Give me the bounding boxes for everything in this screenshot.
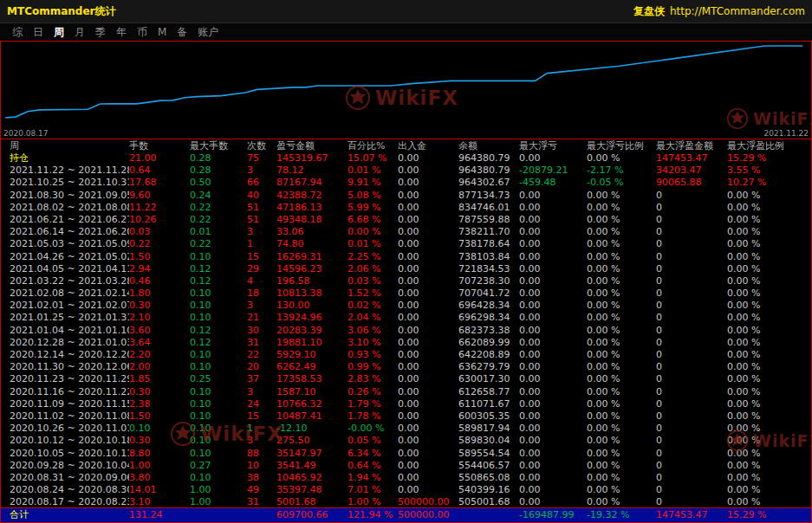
equity-chart[interactable]: 2020.08.17 2021.11.22 (1, 42, 811, 139)
week-label: 2020.10.12 ~ 2020.10.18 (10, 435, 129, 447)
week-label: 合计 (10, 508, 129, 521)
value-cell: 1.85 (129, 373, 190, 385)
menu-tab-account[interactable]: 账户 (192, 25, 224, 40)
value-cell: 196.58 (276, 275, 348, 287)
table-row[interactable]: 2020.11.16 ~ 2020.11.220.300.1031587.100… (1, 386, 811, 398)
value-cell: 0.00 (398, 484, 458, 496)
value-cell: 0.27 (190, 460, 247, 472)
value-cell: 147453.47 (656, 508, 727, 521)
value-cell: 0.00 % (727, 435, 811, 447)
column-header-9: 最大浮亏比例 (587, 139, 656, 152)
table-row[interactable]: 2021.01.04 ~ 2021.01.103.600.123020283.3… (1, 325, 811, 337)
table-row[interactable]: 2021.04.05 ~ 2021.04.112.940.122914596.2… (1, 263, 811, 275)
table-row[interactable]: 2020.08.24 ~ 2020.08.3014.011.004935397.… (1, 484, 811, 496)
value-cell: 38 (247, 472, 276, 484)
table-row[interactable]: 2020.08.17 ~ 2020.08.233.101.00315001.68… (1, 496, 811, 507)
menu-tab-week[interactable]: 周 (49, 25, 69, 40)
value-cell: 0.50 (190, 177, 247, 189)
value-cell: 0.00 % (587, 202, 656, 214)
table-row[interactable]: 2021.08.30 ~ 2021.09.059.600.244042388.7… (1, 190, 811, 202)
table-row[interactable]: 2020.12.14 ~ 2020.12.202.200.10225929.10… (1, 349, 811, 361)
table-row[interactable]: 2021.04.26 ~ 2021.05.021.500.101516269.3… (1, 251, 811, 263)
table-row[interactable]: 2020.10.26 ~ 2020.11.010.100.101-12.10-0… (1, 423, 811, 435)
value-cell: 147453.47 (656, 152, 727, 165)
menu-tab-currency[interactable]: 币 (132, 25, 153, 40)
table-row[interactable]: 2021.06.21 ~ 2021.06.2710.260.225149348.… (1, 214, 811, 226)
menu-tab-m[interactable]: M (153, 26, 172, 38)
value-cell: 40 (247, 190, 276, 202)
value-cell: 0.00 % (727, 275, 811, 287)
table-row[interactable]: 2021.10.25 ~ 2021.10.3117.680.506687167.… (1, 177, 811, 189)
value-cell: 0.25 (190, 373, 247, 385)
table-row[interactable]: 2021.02.08 ~ 2021.02.141.800.101810813.3… (1, 287, 811, 300)
table-row[interactable]: 2020.10.12 ~ 2020.10.180.300.103275.500.… (1, 435, 811, 447)
value-cell: 1.80 (129, 287, 190, 300)
value-cell: 877134.73 (458, 190, 519, 202)
value-cell: 1.00 (190, 496, 247, 507)
menu-tab-backup[interactable]: 备 (172, 25, 192, 40)
value-cell: -459.48 (519, 177, 587, 189)
table-row[interactable]: 2021.03.22 ~ 2021.03.280.460.124196.580.… (1, 275, 811, 287)
table-row[interactable]: 2020.11.30 ~ 2020.12.062.000.10206262.49… (1, 361, 811, 373)
value-cell: 0.00 % (727, 263, 811, 275)
value-cell: 0.00 (519, 300, 587, 312)
value-cell: 1.50 (129, 410, 190, 423)
menu-tab-quarter[interactable]: 季 (90, 25, 111, 40)
value-cell: 0.00 % (587, 398, 656, 410)
table-row[interactable]: 2021.01.25 ~ 2021.01.312.100.102113924.9… (1, 312, 811, 324)
table-row[interactable]: 2021.11.22 ~ 2021.11.280.640.28378.120.0… (1, 165, 811, 177)
table-row[interactable]: 2020.09.28 ~ 2020.10.041.000.27103541.49… (1, 460, 811, 472)
value-cell: 0 (656, 238, 727, 250)
menu-tab-summary[interactable]: 综 (7, 25, 28, 40)
table-row[interactable]: 2020.12.28 ~ 2021.01.033.640.123119881.1… (1, 337, 811, 349)
table-row[interactable]: 2020.11.23 ~ 2020.11.291.850.253717358.5… (1, 373, 811, 385)
value-cell: 8.80 (129, 448, 190, 460)
value-cell: 0.26 % (348, 386, 398, 398)
table-row[interactable]: 2021.06.14 ~ 2021.06.200.030.01333.060.0… (1, 226, 811, 238)
value-cell: 275.50 (276, 435, 348, 447)
value-cell: 0 (656, 398, 727, 410)
value-cell: 0.00 (398, 165, 458, 177)
value-cell: 0.00 (398, 287, 458, 300)
table-row[interactable]: 2020.11.02 ~ 2020.11.081.500.101510487.4… (1, 410, 811, 423)
equity-chart-canvas[interactable] (1, 42, 811, 139)
value-cell: 0.00 (398, 460, 458, 472)
value-cell: 0.10 (190, 287, 247, 300)
value-cell: 0.00 (519, 251, 587, 263)
value-cell: 600305.35 (458, 410, 519, 423)
week-label: 2021.01.25 ~ 2021.01.31 (10, 312, 129, 324)
value-cell: 1 (247, 238, 276, 250)
value-cell: 17358.53 (276, 373, 348, 385)
column-header-7: 余额 (458, 139, 519, 152)
value-cell: 6262.49 (276, 361, 348, 373)
week-label: 2020.08.24 ~ 2020.08.30 (10, 484, 129, 496)
column-header-1: 手数 (129, 139, 190, 152)
value-cell: 0.00 (398, 251, 458, 263)
value-cell: 88 (247, 448, 276, 460)
value-cell: 0.99 % (348, 361, 398, 373)
column-header-8: 最大浮亏 (519, 139, 587, 152)
totals-row[interactable]: 合计131.24609700.66121.94 %500000.00-16948… (1, 508, 811, 521)
website-link[interactable]: http://MTCommander.com (670, 5, 805, 17)
table-row[interactable]: 2021.02.01 ~ 2021.02.070.300.103130.000.… (1, 300, 811, 312)
menu-tab-day[interactable]: 日 (28, 25, 49, 40)
value-cell: 0 (656, 325, 727, 337)
value-cell: 0.00 % (727, 325, 811, 337)
value-cell: 0.00 % (727, 300, 811, 312)
table-row[interactable]: 2020.11.09 ~ 2020.11.152.380.102410766.3… (1, 398, 811, 410)
table-row[interactable]: 2021.08.02 ~ 2021.08.0811.220.225147186.… (1, 202, 811, 214)
value-cell: 1.94 % (348, 472, 398, 484)
value-cell: 10 (247, 460, 276, 472)
menu-tab-month[interactable]: 月 (69, 25, 90, 40)
value-cell: 0.00 % (587, 238, 656, 250)
menu-tab-year[interactable]: 年 (111, 25, 132, 40)
value-cell: 14596.23 (276, 263, 348, 275)
value-cell: 707041.72 (458, 287, 519, 300)
table-row[interactable]: 2020.10.05 ~ 2020.10.118.800.108835147.9… (1, 448, 811, 460)
table-row[interactable]: 2021.05.03 ~ 2021.05.090.220.22174.800.0… (1, 238, 811, 250)
table-row[interactable]: 持仓21.000.2875145319.6715.07 %0.00964380.… (1, 152, 811, 165)
week-label: 2020.11.30 ~ 2020.12.06 (10, 361, 129, 373)
table-row[interactable]: 2020.08.31 ~ 2020.09.063.800.103810465.9… (1, 472, 811, 484)
week-label: 2021.04.05 ~ 2021.04.11 (10, 263, 129, 275)
value-cell: 0.00 % (587, 472, 656, 484)
